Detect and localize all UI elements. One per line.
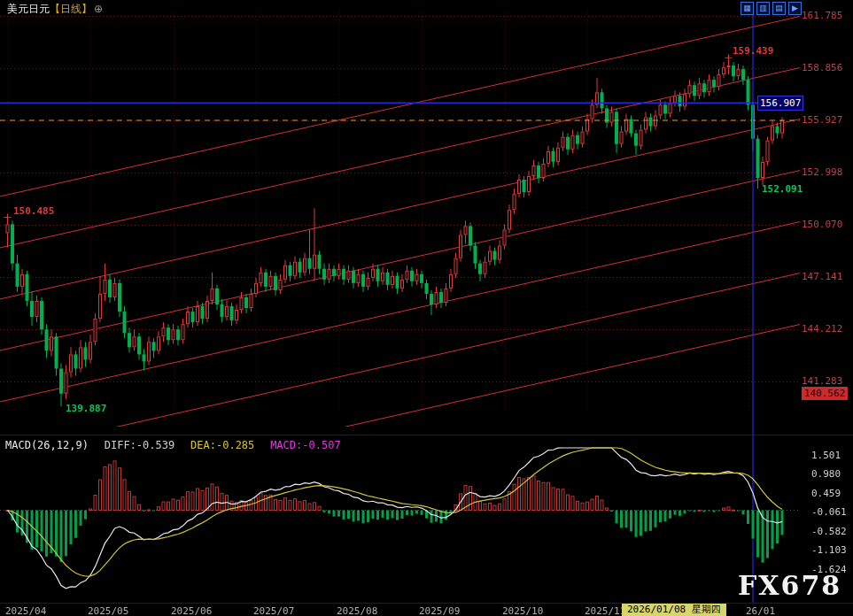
time-tick-label: 26/01: [746, 605, 775, 616]
chart-title: 美元日元【日线】⊕: [7, 2, 103, 17]
price-tick-label: 144.212: [802, 323, 842, 335]
price-annotation: 139.887: [66, 403, 106, 414]
chart-toolbar: ▦ ▥ ▤ ▶: [741, 2, 802, 15]
time-tick-label: 2025/09: [419, 605, 460, 616]
macd-diff-value: DIFF:-0.539: [105, 439, 174, 451]
time-tick-label: 2025/10: [502, 605, 543, 616]
chart-window: 美元日元【日线】⊕ ▦ ▥ ▤ ▶ 161.785158.856155.9271…: [0, 0, 853, 616]
time-tick-label: 2025/06: [171, 605, 212, 616]
time-tick-label: 2025/04: [5, 605, 46, 616]
macd-tick-label: -1.103: [811, 544, 847, 556]
price-tick-label: 155.927: [802, 114, 842, 126]
macd-tick-label: 0.459: [811, 488, 841, 499]
macd-dea-value: DEA:-0.285: [190, 439, 254, 451]
price-tick-label: 141.283: [802, 375, 842, 387]
macd-macd-value: MACD:-0.507: [270, 439, 340, 451]
scale-min-label: 140.562: [802, 387, 848, 400]
brand-watermark: FX678: [738, 570, 841, 601]
macd-params-label[interactable]: MACD(26,12,9): [5, 439, 89, 451]
macd-tick-label: 0.980: [811, 468, 841, 480]
price-annotation: 150.485: [13, 205, 54, 217]
price-tick-label: 152.998: [802, 166, 842, 178]
forward-icon[interactable]: ▶: [788, 2, 802, 15]
crosshair-date-label: 2026/01/08 星期四: [622, 604, 726, 616]
time-tick-label: 2025/05: [88, 605, 128, 616]
price-tick-label: 158.856: [802, 62, 842, 73]
time-tick-label: 2025/11: [585, 605, 625, 616]
macd-tick-label: -0.582: [811, 526, 847, 537]
price-tick-label: 150.070: [802, 219, 842, 230]
macd-header: MACD(26,12,9) DIFF:-0.539 DEA:-0.285 MAC…: [5, 439, 353, 451]
quad-window-icon[interactable]: ▦: [741, 2, 754, 15]
time-tick-label: 2025/08: [337, 605, 377, 616]
price-tick-label: 147.141: [802, 271, 842, 282]
price-annotation: 152.091: [762, 183, 803, 195]
macd-tick-label: 1.501: [811, 450, 841, 461]
crosshair-price-label: 156.907: [757, 96, 803, 111]
price-annotation: 159.439: [733, 45, 773, 57]
dual-window-icon[interactable]: ▥: [756, 2, 770, 15]
time-tick-label: 2025/07: [253, 605, 294, 616]
price-tick-label: 161.785: [802, 10, 842, 21]
macd-tick-label: -0.061: [811, 506, 847, 518]
symbol-title: 美元日元: [7, 3, 50, 15]
add-indicator-icon[interactable]: ⊕: [94, 3, 103, 15]
list-window-icon[interactable]: ▤: [772, 2, 786, 15]
candlestick-chart-canvas[interactable]: [0, 0, 853, 616]
period-badge[interactable]: 【日线】: [50, 3, 92, 15]
